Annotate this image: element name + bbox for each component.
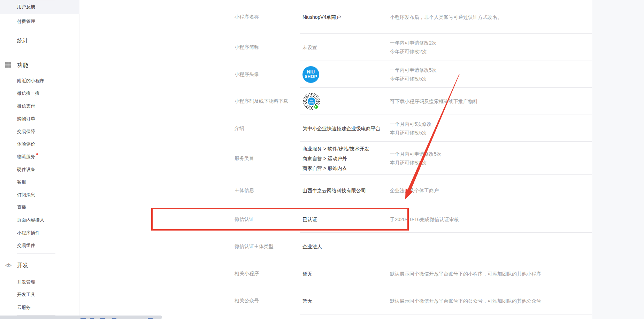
- new-red-dot-icon: [36, 153, 38, 155]
- settings-row-微信认证主体类型: 微信认证主体类型企业法人: [232, 233, 644, 260]
- sidebar-item-开发管理[interactable]: 开发管理: [0, 275, 79, 289]
- sidebar: 用户反馈付费管理统计功能附近的小程序微信搜一搜微信支付购物订单交易保障体验评价物…: [0, 0, 79, 319]
- settings-row-相关小程序: 相关小程序暂无默认展示同个微信开放平台账号下的小程序，可添加团队的其他小程序修改: [232, 260, 644, 287]
- svg-text:Niu: Niu: [310, 99, 313, 101]
- sidebar-item-label: 交易保障: [17, 129, 35, 134]
- row-description: 一个月内可5次修改本月还可修改5次: [390, 120, 432, 137]
- row-description: 企业法人及个体工商户: [390, 186, 439, 195]
- sidebar-item-附近的小程序[interactable]: 附近的小程序: [0, 74, 79, 87]
- mini-program-avatar-image: NiUSHOP: [302, 66, 319, 83]
- settings-table: 小程序名称NiushopV4单商户小程序发布后，非个人类账号可通过认证方式改名。…: [232, 0, 644, 314]
- sidebar-item-客服[interactable]: 客服: [0, 176, 79, 189]
- row-label: 微信认证主体类型: [235, 243, 274, 250]
- row-description: 一年内可申请修改5次今年还可修改5次: [390, 66, 437, 83]
- row-label: 小程序名称: [235, 14, 259, 20]
- sidebar-item-label: 开发工具: [17, 292, 35, 297]
- sidebar-item-label: 硬件设备: [17, 167, 35, 172]
- sidebar-item-直播[interactable]: 直播: [0, 201, 79, 214]
- settings-row-主体信息: 主体信息山西牛之云网络科技有限公司企业法人及个体工商户小程序主体变更详情名称修正: [232, 175, 644, 206]
- page: 用户反馈付费管理统计功能附近的小程序微信搜一搜微信支付购物订单交易保障体验评价物…: [0, 0, 644, 319]
- avatar-text-line2: SHOP: [305, 75, 317, 79]
- code-icon: </>: [5, 263, 11, 269]
- row-value: 已认证: [302, 215, 317, 224]
- row-label: 相关小程序: [235, 271, 259, 277]
- row-description: 于2020-10-16完成微信认证审核: [390, 215, 459, 224]
- sidebar-item-label: 微信支付: [17, 103, 35, 109]
- sidebar-item-label: 云服务: [17, 305, 31, 310]
- svg-text:Shop: Shop: [309, 102, 314, 104]
- row-label: 相关公众号: [235, 298, 259, 304]
- sidebar-item-用户反馈[interactable]: 用户反馈: [0, 0, 79, 14]
- sidebar-item-label: 物流服务: [17, 154, 35, 159]
- row-value: 暂无: [302, 296, 312, 306]
- sidebar-item-微信支付[interactable]: 微信支付: [0, 100, 79, 113]
- row-value: 未设置: [302, 42, 317, 52]
- sidebar-item-小程序插件[interactable]: 小程序插件: [0, 226, 79, 240]
- row-label: 小程序头像: [235, 71, 259, 78]
- main-content: 小程序名称NiushopV4单商户小程序发布后，非个人类账号可通过认证方式改名。…: [80, 0, 592, 319]
- sidebar-section-label: 统计: [17, 38, 28, 44]
- settings-row-小程序码及线下物料下载: 小程序码及线下物料下载NiuShop可下载小程序码及搜索框等线下推广物料下载: [232, 88, 644, 115]
- settings-row-小程序名称: 小程序名称NiushopV4单商户小程序发布后，非个人类账号可通过认证方式改名。…: [232, 0, 644, 34]
- row-label: 服务类目: [235, 155, 254, 162]
- sidebar-section-label: 开发: [17, 262, 28, 268]
- row-description: 默认展示同个微信开放平台账号下的小程序，可添加团队的其他小程序: [390, 270, 541, 278]
- settings-row-服务类目: 服务类目商业服务 > 软件/建站/技术开发商家自营 > 运动户外商家自营 > 服…: [232, 142, 644, 175]
- row-value: 企业法人: [302, 242, 322, 251]
- sidebar-item-label: 微信搜一搜: [17, 91, 40, 96]
- sidebar-item-label: 购物订单: [17, 116, 35, 121]
- sidebar-item-购物订单[interactable]: 购物订单: [0, 112, 79, 125]
- settings-row-小程序简称: 小程序简称未设置一年内可申请修改2次今年还可修改2次修改: [232, 34, 644, 61]
- row-label: 小程序码及线下物料下载: [235, 98, 288, 104]
- row-value: 商业服务 > 软件/建站/技术开发商家自营 > 运动户外商家自营 > 服饰内衣: [302, 144, 369, 173]
- sidebar-item-label: 交易组件: [17, 243, 35, 248]
- row-label: 微信认证: [235, 216, 254, 223]
- row-label: 介绍: [235, 125, 244, 132]
- sidebar-item-交易组件[interactable]: 交易组件: [0, 239, 79, 252]
- sidebar-item-体验评价[interactable]: 体验评价: [0, 138, 79, 151]
- sidebar-item-微信搜一搜[interactable]: 微信搜一搜: [0, 87, 79, 100]
- sidebar-item-label: 体验评价: [17, 141, 35, 147]
- sidebar-item-label: 页面内容接入: [17, 217, 44, 223]
- grid-icon: [5, 62, 11, 68]
- avatar-text-line1: NiU: [307, 70, 315, 75]
- sidebar-item-label: 小程序插件: [17, 230, 40, 235]
- pie-chart-icon: [5, 38, 11, 44]
- row-description: 一个月内可申请修改5次本月还可修改5次: [390, 150, 442, 167]
- page-right-gutter: [592, 0, 644, 319]
- sidebar-item-label: 开发管理: [17, 279, 35, 285]
- sidebar-item-label: 客服: [17, 179, 26, 185]
- sidebar-item-label: 用户反馈: [17, 4, 35, 9]
- sidebar-divider: [17, 253, 55, 254]
- sidebar-item-物流服务[interactable]: 物流服务: [0, 150, 79, 163]
- settings-row-微信认证: 微信认证已认证于2020-10-16完成微信认证审核详情: [232, 206, 644, 233]
- row-description: 一年内可申请修改2次今年还可修改2次: [390, 39, 437, 56]
- sidebar-section-统计[interactable]: 统计: [0, 34, 79, 48]
- row-description: 默认展示同个微信开放平台账号下的公众号，可添加团队的其他公众号: [390, 297, 541, 305]
- sidebar-item-label: 订阅消息: [17, 192, 35, 197]
- settings-row-小程序头像: 小程序头像NiUSHOP一年内可申请修改5次今年还可修改5次修改: [232, 61, 644, 88]
- sidebar-divider: [17, 0, 55, 0]
- sidebar-item-label: 直播: [17, 205, 26, 210]
- sidebar-item-开发工具[interactable]: 开发工具: [0, 288, 79, 301]
- row-value: NiushopV4单商户: [302, 12, 341, 22]
- row-value: 为中小企业快速搭建企业级电商平台: [302, 124, 381, 133]
- row-label: 小程序简称: [235, 44, 259, 50]
- sidebar-item-订阅消息[interactable]: 订阅消息: [0, 188, 79, 202]
- row-description: 可下载小程序码及搜索框等线下推广物料: [390, 97, 478, 106]
- sidebar-item-label: 附近的小程序: [17, 78, 44, 83]
- row-description: 小程序发布后，非个人类账号可通过认证方式改名。: [390, 13, 502, 21]
- sidebar-item-云服务[interactable]: 云服务: [0, 301, 79, 314]
- sidebar-item-硬件设备[interactable]: 硬件设备: [0, 163, 79, 176]
- sidebar-item-label: 付费管理: [17, 19, 35, 24]
- sidebar-item-交易保障[interactable]: 交易保障: [0, 125, 79, 138]
- settings-row-相关公众号: 相关公众号暂无默认展示同个微信开放平台账号下的公众号，可添加团队的其他公众号修改: [232, 287, 644, 314]
- sidebar-section-功能[interactable]: 功能: [0, 58, 79, 72]
- row-value: 暂无: [302, 269, 312, 279]
- sidebar-item-页面内容接入[interactable]: 页面内容接入: [0, 213, 79, 227]
- row-label: 主体信息: [235, 187, 254, 194]
- sidebar-item-付费管理[interactable]: 付费管理: [0, 15, 79, 28]
- sidebar-section-label: 功能: [17, 62, 28, 68]
- sidebar-section-开发[interactable]: </>开发: [0, 258, 79, 272]
- settings-row-介绍: 介绍为中小企业快速搭建企业级电商平台一个月内可5次修改本月还可修改5次修改: [232, 115, 644, 142]
